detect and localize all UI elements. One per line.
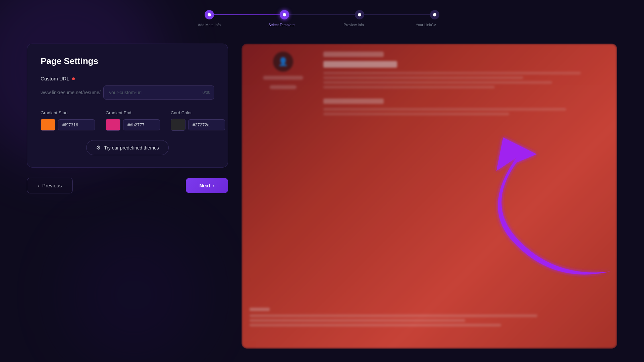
gradient-end-field: Gradient End	[106, 110, 160, 131]
step-label-4: Your LinkCV	[413, 23, 439, 27]
step-circle-inner-1	[208, 13, 211, 16]
preview-inner: 👤	[241, 44, 617, 123]
step-circle-inner-4	[433, 13, 436, 16]
gradient-start-label: Gradient Start	[41, 110, 95, 115]
preview-subtitle-bar	[323, 61, 397, 68]
steps-track	[205, 10, 439, 19]
step-label-2: Select Template	[268, 23, 295, 27]
char-count: 0/30	[203, 90, 210, 95]
url-input[interactable]	[103, 85, 214, 100]
card-color-label: Card Color	[171, 110, 225, 115]
url-prefix: www.linkresume.net/resume/	[41, 90, 103, 95]
gradient-end-row	[106, 119, 160, 131]
right-panel: 👤	[241, 44, 617, 349]
next-label: Next	[199, 183, 210, 188]
preview-skill-2	[250, 319, 465, 322]
themes-icon: ⚙	[96, 144, 101, 151]
preview-skill-1	[250, 314, 537, 317]
color-section: Gradient Start Gradient End	[41, 110, 214, 131]
steps-labels: Add Meta Info Select Template Preview In…	[205, 23, 439, 27]
preview-name-block	[263, 76, 303, 80]
gradient-start-row	[41, 119, 95, 131]
card-color-field: Card Color	[171, 110, 225, 131]
preview-line-4	[323, 86, 495, 88]
page-settings-card: Page Settings Custom URL www.linkresume.…	[27, 44, 228, 168]
preview-skills-title	[250, 308, 270, 311]
next-button[interactable]: Next ›	[186, 178, 228, 193]
next-chevron-icon: ›	[213, 183, 215, 188]
prev-chevron-icon: ‹	[38, 183, 40, 188]
step-line-3	[364, 14, 430, 15]
gradient-end-swatch[interactable]	[106, 119, 120, 131]
gradient-end-label: Gradient End	[106, 110, 160, 115]
required-dot	[72, 77, 75, 80]
preview-text-lines-2	[323, 108, 609, 115]
preview-skill-3	[250, 324, 501, 326]
gradient-start-input[interactable]	[58, 119, 95, 130]
preview-left: 👤	[250, 52, 317, 115]
preview-title-bar	[323, 52, 384, 57]
step-label-3: Preview Info	[340, 23, 367, 27]
step-circle-3[interactable]	[355, 10, 364, 19]
gradient-start-field: Gradient Start	[41, 110, 95, 131]
progress-bar: Add Meta Info Select Template Preview In…	[205, 10, 439, 27]
preview-section-title	[323, 99, 384, 104]
preview-section-2	[323, 99, 609, 115]
preview-text-lines	[323, 72, 609, 88]
url-row: www.linkresume.net/resume/ 0/30	[41, 85, 214, 100]
preview-right	[323, 52, 609, 115]
nav-buttons: ‹ Previous Next ›	[27, 178, 228, 193]
preview-line-2	[323, 76, 523, 79]
preview-card: 👤	[241, 44, 617, 349]
custom-url-label-text: Custom URL	[41, 76, 69, 81]
preview-line-5	[323, 108, 566, 111]
step-line-2	[289, 14, 355, 15]
previous-label: Previous	[42, 183, 62, 188]
main-layout: Page Settings Custom URL www.linkresume.…	[27, 44, 617, 349]
custom-url-label: Custom URL	[41, 76, 214, 81]
step-circle-1[interactable]	[205, 10, 214, 19]
gradient-end-input[interactable]	[123, 119, 160, 130]
preview-line-6	[323, 113, 509, 115]
left-panel: Page Settings Custom URL www.linkresume.…	[27, 44, 228, 349]
preview-line-3	[323, 81, 552, 84]
preview-avatar: 👤	[273, 52, 293, 72]
step-circle-4[interactable]	[430, 10, 439, 19]
step-circle-2[interactable]	[280, 10, 289, 19]
url-input-wrapper: 0/30	[103, 85, 214, 100]
previous-button[interactable]: ‹ Previous	[27, 178, 73, 193]
step-circle-inner-3	[358, 13, 361, 16]
step-label-1: Add Meta Info	[196, 23, 223, 27]
card-color-row	[171, 119, 225, 131]
card-title: Page Settings	[41, 56, 214, 66]
preview-skills	[250, 308, 609, 328]
gradient-start-swatch[interactable]	[41, 119, 55, 131]
themes-btn-label: Try our predefined themes	[104, 145, 159, 150]
themes-button[interactable]: ⚙ Try our predefined themes	[86, 140, 169, 155]
preview-name-block-2	[270, 85, 297, 89]
step-line-1	[214, 14, 280, 15]
card-color-swatch[interactable]	[171, 119, 185, 131]
preview-line-1	[323, 72, 581, 74]
step-circle-inner-2	[283, 13, 286, 16]
card-color-input[interactable]	[188, 119, 225, 130]
